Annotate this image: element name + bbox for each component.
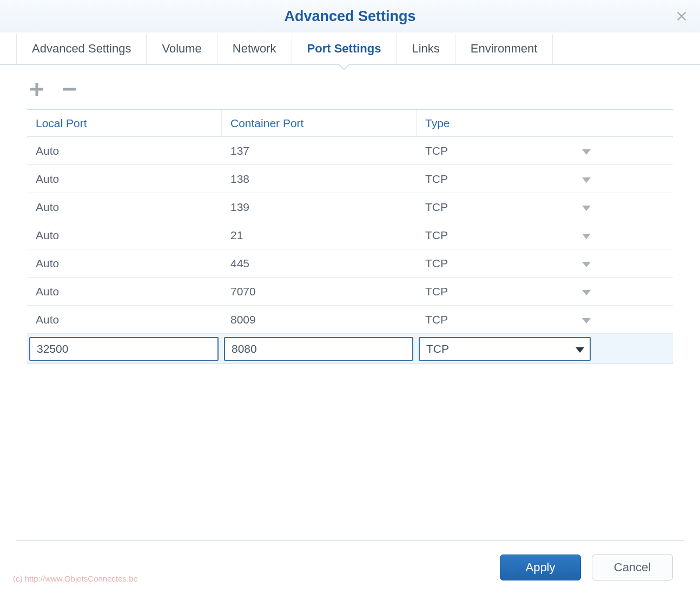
chevron-down-icon — [582, 229, 591, 242]
cell-container-port[interactable]: 137 — [222, 137, 417, 164]
cell-container-port[interactable]: 8009 — [222, 306, 417, 333]
svg-marker-7 — [582, 206, 591, 211]
toolbar — [27, 76, 673, 103]
cell-local-port[interactable]: Auto — [27, 278, 222, 305]
chevron-down-icon — [582, 173, 591, 186]
dialog-header: Advanced Settings — [0, 0, 700, 32]
dialog-footer: (c) http://www.ObjetsConnectes.be Apply … — [16, 540, 684, 594]
tab-environment[interactable]: Environment — [455, 34, 553, 64]
svg-marker-6 — [582, 177, 591, 183]
type-value: TCP — [425, 144, 448, 157]
th-local-port[interactable]: Local Port — [27, 110, 222, 136]
close-icon — [676, 10, 688, 22]
table-header: Local Port Container Port Type — [27, 110, 673, 137]
cell-container-port[interactable]: 138 — [222, 165, 417, 193]
apply-button[interactable]: Apply — [500, 555, 581, 580]
table-row[interactable]: Auto21TCP — [27, 221, 673, 249]
button-label: Apply — [525, 560, 555, 575]
table-row[interactable]: Auto137TCP — [27, 137, 673, 165]
cell-local-port[interactable]: Auto — [27, 193, 222, 221]
minus-icon — [61, 81, 77, 97]
dialog-title: Advanced Settings — [284, 8, 415, 25]
close-button[interactable] — [673, 8, 690, 25]
chevron-down-icon — [582, 144, 591, 157]
tab-label: Network — [233, 42, 276, 56]
type-value: TCP — [425, 257, 448, 270]
cell-container-port[interactable]: 7070 — [222, 278, 417, 305]
chevron-down-icon — [582, 285, 591, 298]
cell-container-port[interactable]: 21 — [222, 221, 417, 249]
type-value: TCP — [425, 173, 448, 186]
type-value: TCP — [425, 285, 448, 298]
type-value: TCP — [425, 201, 448, 214]
dialog: Advanced Settings Advanced Settings Volu… — [0, 0, 700, 594]
svg-marker-5 — [582, 149, 591, 155]
watermark: (c) http://www.ObjetsConnectes.be — [13, 574, 138, 583]
add-button[interactable] — [27, 80, 47, 99]
cell-type[interactable]: TCP — [417, 221, 595, 249]
plus-icon — [29, 81, 45, 97]
th-container-port[interactable]: Container Port — [222, 110, 417, 136]
remove-button[interactable] — [60, 80, 79, 99]
th-type[interactable]: Type — [417, 110, 595, 136]
cell-local-port[interactable]: Auto — [27, 249, 222, 277]
cell-container-port[interactable]: 445 — [222, 249, 417, 277]
cell-type[interactable]: TCP — [417, 137, 595, 164]
type-value: TCP — [425, 229, 448, 242]
chevron-down-icon — [582, 313, 591, 326]
type-value: TCP — [426, 342, 449, 355]
tab-network[interactable]: Network — [217, 34, 292, 64]
tab-advanced-settings[interactable]: Advanced Settings — [16, 34, 146, 64]
tab-volume[interactable]: Volume — [146, 34, 216, 64]
content: Local Port Container Port Type Auto137TC… — [0, 65, 700, 540]
svg-marker-9 — [582, 262, 591, 267]
tab-links[interactable]: Links — [396, 34, 454, 64]
cell-local-port[interactable]: Auto — [27, 137, 222, 164]
tab-label: Port Settings — [307, 42, 381, 56]
tab-label: Advanced Settings — [32, 42, 131, 56]
table-row[interactable]: Auto138TCP — [27, 165, 673, 193]
table-row[interactable]: Auto445TCP — [27, 249, 673, 278]
cell-type[interactable]: TCP — [417, 249, 595, 277]
cell-container-port[interactable]: 139 — [222, 193, 417, 221]
type-select[interactable]: TCP — [419, 337, 591, 361]
svg-marker-8 — [582, 234, 591, 239]
chevron-down-icon — [582, 257, 591, 270]
cancel-button[interactable]: Cancel — [592, 555, 673, 580]
cell-type[interactable]: TCP — [417, 165, 595, 193]
chevron-down-icon — [576, 342, 584, 355]
tab-label: Links — [412, 42, 439, 56]
table-row-editing[interactable]: TCP — [27, 334, 673, 364]
tab-label: Volume — [162, 42, 201, 56]
table-row[interactable]: Auto8009TCP — [27, 306, 673, 334]
type-value: TCP — [425, 313, 448, 326]
cell-local-port[interactable]: Auto — [27, 306, 222, 333]
cell-type[interactable]: TCP — [417, 306, 595, 333]
table-body: Auto137TCPAuto138TCPAuto139TCPAuto21TCPA… — [27, 137, 673, 364]
cell-local-port[interactable]: Auto — [27, 221, 222, 249]
chevron-down-icon — [582, 201, 591, 214]
cell-type[interactable]: TCP — [417, 278, 595, 305]
table-row[interactable]: Auto7070TCP — [27, 278, 673, 306]
cell-local-port[interactable]: Auto — [27, 165, 222, 193]
tabs: Advanced Settings Volume Network Port Se… — [0, 34, 700, 65]
tab-label: Environment — [471, 42, 538, 56]
port-table: Local Port Container Port Type Auto137TC… — [27, 109, 673, 540]
svg-marker-10 — [582, 290, 591, 295]
container-port-input[interactable] — [224, 337, 413, 361]
svg-marker-12 — [576, 347, 584, 353]
tab-port-settings[interactable]: Port Settings — [292, 34, 397, 64]
cell-type[interactable]: TCP — [417, 193, 595, 221]
table-row[interactable]: Auto139TCP — [27, 193, 673, 221]
svg-marker-11 — [582, 318, 591, 324]
local-port-input[interactable] — [29, 337, 219, 361]
button-label: Cancel — [614, 560, 651, 575]
